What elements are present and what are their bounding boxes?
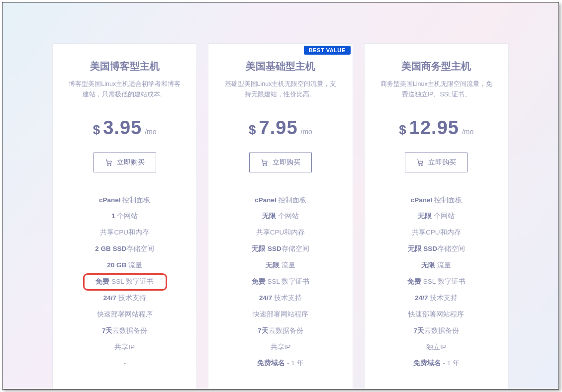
feature-bold: cPanel	[99, 196, 121, 204]
price-period: /mo	[145, 128, 156, 136]
currency-symbol: $	[249, 122, 256, 138]
price-row: $ 3.95 /mo	[63, 117, 187, 139]
feature-bold: 无限 SSD	[408, 245, 438, 252]
feature-item: 免费 SSL 数字证书	[218, 274, 342, 290]
feature-text: 流量	[126, 261, 142, 269]
price-period: /mo	[462, 128, 473, 136]
svg-point-3	[266, 164, 267, 165]
feature-text: 云数据备份	[112, 327, 147, 334]
feature-item: 无限 SSD存储空间	[375, 241, 498, 257]
best-value-badge: BEST VALUE	[304, 46, 351, 55]
feature-item: 免费 SSL 数字证书	[375, 274, 498, 290]
feature-text: 个网站	[432, 212, 455, 220]
feature-list: cPanel 控制面板1 个网站共享CPU和内存2 GB SSD存储空间20 G…	[63, 192, 187, 372]
feature-text: 云数据备份	[424, 327, 459, 334]
feature-text: 共享CPU和内存	[100, 229, 149, 236]
plan-description: 商务型美国Linux主机无限空间流量，免费送独立IP、SSL证书。	[375, 79, 498, 100]
plan-title: 美国博客型主机	[63, 60, 187, 73]
plan-description: 基础型美国Linux主机无限空间流量，支持无限建站，性价比高。	[218, 79, 342, 100]
feature-item: 24/7 技术支持	[218, 290, 342, 307]
feature-text: 快速部署网站程序	[408, 311, 464, 318]
plan-card-basic: BEST VALUE 美国基础型主机 基础型美国Linux主机无限空间流量，支持…	[208, 43, 353, 390]
feature-item: cPanel 控制面板	[375, 192, 498, 209]
buy-now-button[interactable]: 立即购买	[94, 153, 156, 172]
feature-item: 24/7 技术支持	[63, 290, 187, 307]
feature-item: 无限 个网站	[375, 208, 498, 225]
feature-text: 快速部署网站程序	[253, 311, 308, 318]
feature-bold: 无限	[266, 261, 280, 269]
plan-card-business: 美国商务型主机 商务型美国Linux主机无限空间流量，免费送独立IP、SSL证书…	[364, 43, 509, 390]
feature-bold: cPanel	[411, 196, 433, 204]
feature-item: 共享IP	[63, 339, 187, 356]
price-period: /mo	[301, 128, 312, 136]
feature-bold: 免费域名	[257, 359, 285, 367]
feature-text: SSL 数字证书	[109, 278, 154, 285]
svg-point-2	[263, 164, 264, 165]
feature-item: cPanel 控制面板	[63, 192, 187, 209]
feature-bold: 无限	[262, 212, 276, 220]
feature-item: 2 GB SSD存储空间	[63, 241, 187, 257]
feature-item: 无限 流量	[218, 257, 342, 274]
feature-text: 共享CPU和内存	[412, 229, 461, 236]
buy-button-label: 立即购买	[117, 158, 145, 167]
plan-card-blog: 美国博客型主机 博客型美国Linux主机适合初学者和博客建站，只需极低的建站成本…	[52, 43, 197, 390]
feature-bold: 2 GB SSD	[95, 245, 126, 252]
feature-bold: 7天	[414, 327, 425, 334]
feature-text: 技术支持	[116, 294, 146, 302]
feature-item: 7天云数据备份	[63, 323, 187, 339]
price-row: $ 7.95 /mo	[218, 117, 342, 139]
feature-text: SSL 数字证书	[421, 278, 466, 285]
feature-text: 个网站	[115, 212, 138, 220]
price-row: $ 12.95 /mo	[375, 117, 498, 139]
svg-point-0	[107, 164, 108, 165]
feature-text: - 1 年	[285, 359, 303, 367]
buy-button-label: 立即购买	[428, 158, 456, 167]
pricing-panel: 美国博客型主机 博客型美国Linux主机适合初学者和博客建站，只需极低的建站成本…	[2, 2, 559, 390]
feature-bold: 24/7	[259, 294, 272, 302]
feature-bold: 24/7	[415, 294, 428, 302]
feature-text: 存储空间	[437, 245, 465, 252]
feature-item: 免费 SSL 数字证书	[63, 274, 187, 290]
feature-item: 独立IP	[375, 339, 498, 356]
feature-text: -	[123, 359, 126, 367]
pricing-cards-row: 美国博客型主机 博客型美国Linux主机适合初学者和博客建站，只需极低的建站成本…	[2, 2, 559, 390]
feature-text: 控制面板	[277, 196, 306, 204]
feature-text: 云数据备份	[269, 327, 303, 334]
feature-bold: 1	[111, 212, 115, 220]
feature-text: 技术支持	[428, 294, 458, 302]
cart-icon	[105, 158, 113, 166]
feature-text: 控制面板	[121, 196, 151, 204]
feature-text: - 1 年	[441, 359, 460, 367]
plan-title: 美国基础型主机	[218, 60, 342, 73]
feature-item: 24/7 技术支持	[375, 290, 498, 307]
buy-now-button[interactable]: 立即购买	[405, 153, 468, 172]
plan-title: 美国商务型主机	[375, 60, 498, 73]
plan-price: 12.95	[409, 117, 459, 139]
feature-item: 20 GB 流量	[63, 257, 187, 274]
feature-text: 存储空间	[281, 245, 309, 252]
feature-text: 共享CPU和内存	[256, 229, 305, 236]
plan-price: 3.95	[103, 117, 142, 139]
feature-item: 7天云数据备份	[375, 323, 498, 339]
feature-bold: cPanel	[255, 196, 277, 204]
cart-icon	[261, 158, 269, 166]
feature-item: 共享CPU和内存	[63, 225, 187, 241]
feature-list: cPanel 控制面板无限 个网站共享CPU和内存无限 SSD存储空间无限 流量…	[375, 192, 498, 372]
feature-text: 共享IP	[271, 343, 291, 351]
feature-bold: 24/7	[103, 294, 116, 302]
feature-item: 共享IP	[218, 339, 342, 356]
feature-text: 控制面板	[432, 196, 462, 204]
feature-item: -	[63, 355, 187, 372]
buy-now-button[interactable]: 立即购买	[249, 153, 312, 172]
feature-bold: 7天	[258, 327, 269, 334]
currency-symbol: $	[399, 122, 406, 138]
svg-point-1	[110, 164, 111, 165]
feature-text: SSL 数字证书	[266, 278, 310, 285]
currency-symbol: $	[93, 122, 100, 138]
feature-bold: 无限	[418, 212, 432, 220]
feature-bold: 免费域名	[413, 359, 441, 367]
feature-bold: 20 GB	[107, 261, 126, 269]
plan-description: 博客型美国Linux主机适合初学者和博客建站，只需极低的建站成本。	[63, 79, 187, 100]
feature-text: 共享IP	[114, 343, 135, 351]
buy-button-label: 立即购买	[273, 158, 300, 167]
